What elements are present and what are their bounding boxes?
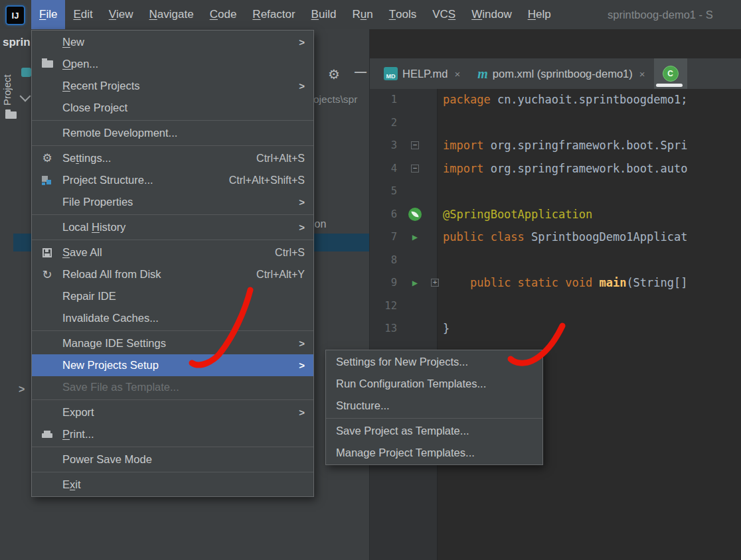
window-title: sprintboog-demo1 - S [608, 0, 741, 29]
code-text: import org.springframework.boot.Spri [440, 139, 741, 152]
folder-open-icon [42, 60, 53, 68]
submenu-item-label: Settings for New Projects... [336, 356, 468, 368]
menu-item-invalidate-caches[interactable]: Invalidate Caches... [32, 307, 313, 329]
spring-boot-icon [408, 208, 422, 221]
submenu-arrow-icon: > [299, 196, 305, 208]
submenu-item-label: Manage Project Templates... [336, 447, 475, 459]
tab-label: HELP.md [402, 68, 448, 80]
editor-tab-bar: MDHELP.md×mpom.xml (sprintboog-demo1)×C [370, 58, 741, 89]
menu-item-recent-projects[interactable]: Recent Projects> [32, 75, 313, 97]
menubar-item-view[interactable]: View [101, 0, 141, 29]
maven-icon: m [477, 66, 488, 82]
menu-item-shortcut: Ctrl+Alt+S [256, 153, 305, 165]
menubar-item-vcs[interactable]: VCS [424, 0, 463, 29]
menu-item-label: Reload All from Disk [62, 268, 256, 281]
menu-item-exit[interactable]: Exit [32, 474, 313, 496]
menubar-item-build[interactable]: Build [303, 0, 345, 29]
menu-separator [32, 399, 313, 400]
tab-help-md[interactable]: MDHELP.md× [375, 58, 469, 89]
menu-item-export[interactable]: Export> [32, 401, 313, 423]
code-line: 12 [370, 295, 741, 318]
code-line: 3−import org.springframework.boot.Spri [370, 134, 741, 157]
project-tree-item-fragment[interactable]: ion [312, 218, 326, 230]
menu-item-manage-ide-settings[interactable]: Manage IDE Settings> [32, 332, 313, 354]
code-editor[interactable]: 1package cn.yuchaoit.sprintboogdemo1;23−… [370, 88, 741, 340]
submenu-item-manage-project-templates[interactable]: Manage Project Templates... [326, 442, 542, 464]
menu-item-open[interactable]: Open... [32, 53, 313, 75]
tab-pom-xml-sprintboog-demo1[interactable]: mpom.xml (sprintboog-demo1)× [469, 58, 653, 89]
reload-icon: ↻ [42, 269, 52, 281]
run-button-icon[interactable]: ▶ [412, 232, 418, 242]
submenu-item-structure[interactable]: Structure... [326, 395, 542, 417]
tab-label: pom.xml (sprintboog-demo1) [493, 68, 633, 80]
menu-item-new[interactable]: New> [32, 31, 313, 53]
gutter-icon-col: ▶ [400, 277, 430, 288]
menu-item-icon-col [32, 176, 62, 185]
fold-expand-icon[interactable]: + [431, 279, 439, 287]
menu-separator [32, 330, 313, 331]
menubar-item-file[interactable]: File [31, 0, 65, 29]
intellij-logo: IJ [5, 5, 25, 25]
menu-item-shortcut: Ctrl+Alt+Y [256, 269, 305, 281]
menubar-item-window[interactable]: Window [463, 0, 519, 29]
menu-item-reload-all-from-disk[interactable]: ↻Reload All from DiskCtrl+Alt+Y [32, 263, 313, 285]
menu-item-label: Invalidate Caches... [62, 312, 313, 324]
menu-item-label: File Properties [62, 196, 299, 208]
markdown-icon: MD [384, 67, 398, 80]
menu-item-print[interactable]: Print... [32, 423, 313, 445]
menu-item-label: Manage IDE Settings [62, 337, 299, 350]
code-text: } [440, 322, 741, 335]
code-line: 13} [370, 317, 741, 340]
menu-item-remote-development[interactable]: Remote Development... [32, 122, 313, 144]
panel-gear-icon[interactable]: ⚙ [328, 66, 340, 82]
tab-class-2[interactable]: C [654, 58, 687, 89]
fold-collapse-icon[interactable]: − [411, 141, 419, 149]
menubar-item-help[interactable]: Help [520, 0, 559, 29]
menu-item-settings[interactable]: ⚙Settings...Ctrl+Alt+S [32, 147, 313, 169]
run-button-icon[interactable]: ▶ [412, 277, 418, 288]
tab-close-icon[interactable]: × [454, 68, 460, 80]
menu-item-icon-col [32, 431, 62, 439]
submenu-item-label: Save Project as Template... [336, 425, 469, 437]
tree-expand-chevron-icon[interactable]: > [19, 384, 25, 395]
menu-item-new-projects-setup[interactable]: New Projects Setup> [32, 354, 313, 376]
line-number: 8 [370, 254, 400, 266]
tab-close-icon[interactable]: × [639, 68, 645, 80]
menubar-item-tools[interactable]: Tools [381, 0, 425, 29]
panel-minimize-icon[interactable]: — [355, 65, 367, 79]
menu-item-file-properties[interactable]: File Properties> [32, 191, 313, 213]
code-line: 4−import org.springframework.boot.auto [370, 157, 741, 180]
menu-item-icon-col: ↻ [32, 269, 62, 281]
menubar-item-refactor[interactable]: Refactor [244, 0, 303, 29]
menu-item-repair-ide[interactable]: Repair IDE [32, 285, 313, 307]
code-line: 9▶+ public static void main(String[] [370, 271, 741, 295]
project-name-fragment: sprin [3, 36, 31, 49]
menu-item-save-file-as-template[interactable]: Save File as Template... [32, 376, 313, 398]
menu-item-icon-col [32, 248, 62, 257]
project-tool-window-label[interactable]: Project [1, 64, 15, 117]
code-line: 1package cn.yuchaoit.sprintboogdemo1; [370, 88, 741, 111]
menubar-item-navigate[interactable]: Navigate [141, 0, 202, 29]
menu-item-local-history[interactable]: Local History> [32, 216, 313, 238]
code-line: 6@SpringBootApplication [370, 203, 741, 226]
code-text: import org.springframework.boot.auto [440, 162, 741, 175]
gutter-icon-col: − [400, 165, 430, 173]
code-text: @SpringBootApplication [440, 208, 741, 221]
gutter-icon-col: ▶ [400, 232, 430, 242]
submenu-item-run-configuration-templates[interactable]: Run Configuration Templates... [326, 373, 542, 395]
menubar-item-code[interactable]: Code [202, 0, 245, 29]
code-line: 5 [370, 180, 741, 203]
menu-item-save-all[interactable]: Save AllCtrl+S [32, 242, 313, 263]
menu-item-power-save-mode[interactable]: Power Save Mode [32, 449, 313, 470]
menubar-item-run[interactable]: Run [344, 0, 380, 29]
project-root-path-fragment: ojects\spr [313, 94, 369, 105]
menubar-item-edit[interactable]: Edit [65, 0, 100, 29]
menubar-items: FileEditViewNavigateCodeRefactorBuildRun… [31, 0, 559, 29]
fold-collapse-icon[interactable]: − [411, 165, 419, 173]
menu-item-icon-col: ⚙ [32, 153, 62, 164]
submenu-item-save-project-as-template[interactable]: Save Project as Template... [326, 420, 542, 442]
menu-item-shortcut: Ctrl+Alt+Shift+S [229, 175, 305, 186]
menu-item-project-structure[interactable]: Project Structure...Ctrl+Alt+Shift+S [32, 169, 313, 191]
submenu-item-settings-for-new-projects[interactable]: Settings for New Projects... [326, 351, 542, 373]
menu-item-close-project[interactable]: Close Project [32, 97, 313, 119]
